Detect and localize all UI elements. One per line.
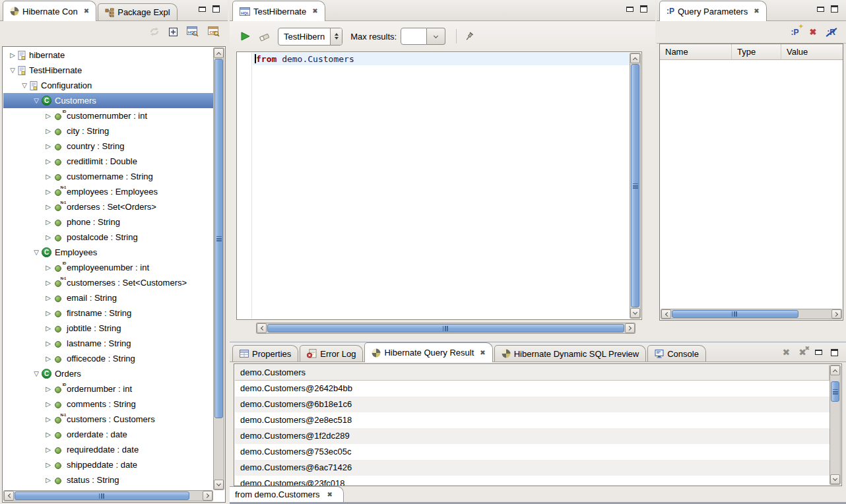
- scroll-up-button[interactable]: [830, 365, 840, 375]
- editor-vertical-scrollbar[interactable]: [630, 53, 641, 319]
- result-row[interactable]: demo.Customers@2642b4bb: [235, 381, 830, 396]
- close-icon[interactable]: ✖: [754, 8, 759, 15]
- tree-item-city[interactable]: ▷city : String: [3, 123, 213, 139]
- scrollbar-thumb[interactable]: [15, 491, 189, 500]
- expand-twisty-icon[interactable]: ▷: [43, 142, 53, 150]
- tab-hibernate-query-result[interactable]: Hibernate Query Result ✖: [364, 342, 492, 362]
- maximize-icon[interactable]: [212, 5, 220, 13]
- tree-item-employeenumber[interactable]: ▷IDemployeenumber : int: [3, 260, 213, 275]
- tab-query-parameters[interactable]: Query Parameters ✖: [659, 1, 767, 21]
- tab-console[interactable]: Console: [647, 345, 706, 362]
- refresh-icon[interactable]: [149, 27, 160, 36]
- tree-item-firstname[interactable]: ▷firstname : String: [3, 305, 213, 321]
- scroll-up-button[interactable]: [630, 53, 640, 63]
- scroll-right-button[interactable]: [625, 323, 635, 333]
- expand-twisty-icon[interactable]: ▷: [43, 400, 53, 408]
- tree-horizontal-scrollbar[interactable]: [3, 490, 213, 501]
- close-icon[interactable]: ✖: [84, 8, 89, 15]
- scrollbar-thumb[interactable]: [267, 324, 624, 332]
- result-row[interactable]: demo.Customers@23fc018: [235, 476, 830, 486]
- tree-item-testhibernate[interactable]: ▽TestHibernate: [3, 63, 213, 78]
- expand-twisty-icon[interactable]: ▷: [43, 355, 53, 362]
- tree-vertical-scrollbar[interactable]: [213, 47, 224, 490]
- result-row[interactable]: demo.Customers@6b18e1c6: [235, 396, 830, 412]
- tree-item-customerses[interactable]: ▷N-1customerses : Set<Customers>: [3, 275, 213, 290]
- close-icon[interactable]: ✖: [327, 491, 333, 498]
- expand-twisty-icon[interactable]: ▷: [43, 476, 53, 484]
- expand-twisty-icon[interactable]: ▷: [43, 158, 53, 165]
- dropdown-arrow-icon[interactable]: [427, 28, 445, 45]
- minimize-icon[interactable]: [817, 7, 824, 12]
- tree-item-country[interactable]: ▷country : String: [3, 139, 213, 154]
- scrollbar-thumb[interactable]: [214, 59, 223, 418]
- tree-item-status[interactable]: ▷status : String: [3, 472, 213, 488]
- expand-twisty-icon[interactable]: ▷: [43, 446, 53, 453]
- collapse-twisty-icon[interactable]: ▽: [31, 370, 42, 377]
- expand-all-icon[interactable]: [169, 28, 178, 36]
- tab-error-log[interactable]: Error Log: [300, 345, 363, 362]
- collapse-twisty-icon[interactable]: ▽: [19, 82, 30, 89]
- tree-item-customers[interactable]: ▷N-1customers : Customers: [3, 412, 213, 427]
- tree-item-hibernate[interactable]: ▷hibernate: [3, 47, 213, 63]
- tree-item-configuration[interactable]: ▽Configuration: [3, 78, 213, 93]
- expand-twisty-icon[interactable]: ▷: [43, 218, 53, 226]
- tree-item-lastname[interactable]: ▷lastname : String: [3, 336, 213, 351]
- run-query-icon[interactable]: [240, 31, 251, 42]
- expand-twisty-icon[interactable]: ▷: [43, 294, 53, 301]
- tab-properties[interactable]: Properties: [232, 345, 298, 362]
- parameters-table-body[interactable]: [661, 60, 842, 308]
- maximize-icon[interactable]: [640, 5, 647, 13]
- result-vertical-scrollbar[interactable]: [830, 365, 841, 485]
- expand-twisty-icon[interactable]: ▷: [43, 234, 53, 241]
- code-line[interactable]: from demo.Customers: [253, 53, 630, 65]
- scroll-left-button[interactable]: [257, 323, 267, 333]
- scroll-left-button[interactable]: [4, 491, 14, 501]
- tree-item-customername[interactable]: ▷customername : String: [3, 169, 213, 184]
- scroll-right-button[interactable]: [203, 491, 212, 501]
- tree-item-orderses[interactable]: ▷N-1orderses : Set<Orders>: [3, 199, 213, 214]
- scroll-down-button[interactable]: [214, 480, 224, 489]
- column-name[interactable]: Name: [660, 44, 732, 59]
- tree-item-requireddate[interactable]: ▷requireddate : date: [3, 442, 213, 457]
- result-row[interactable]: demo.Customers@6ac71426: [235, 460, 830, 476]
- expand-twisty-icon[interactable]: ▷: [43, 173, 53, 180]
- tree-item-customernumber[interactable]: ▷IDcustomernumber : int: [3, 108, 213, 123]
- editor-horizontal-scrollbar[interactable]: [256, 323, 635, 334]
- spinner-icon[interactable]: [330, 28, 342, 45]
- expand-twisty-icon[interactable]: ▷: [43, 340, 53, 347]
- tree-item-postalcode[interactable]: ▷postalcode : String: [3, 230, 213, 245]
- expand-twisty-icon[interactable]: ▷: [43, 416, 53, 423]
- parameters-horizontal-scrollbar[interactable]: [661, 309, 842, 319]
- hql-text-editor[interactable]: from demo.Customers: [236, 51, 642, 320]
- configuration-combo[interactable]: TestHibern: [278, 28, 342, 46]
- remove-parameter-icon[interactable]: ✖: [809, 27, 816, 37]
- scrollbar-thumb[interactable]: [672, 310, 798, 318]
- tree-item-creditlimit[interactable]: ▷creditlimit : Double: [3, 154, 213, 169]
- minimize-icon[interactable]: [626, 7, 634, 12]
- close-icon[interactable]: ✖: [480, 350, 485, 356]
- tab-query-result-from-demo-customers[interactable]: from demo.Customers ✖: [230, 486, 344, 502]
- tree-item-orderdate[interactable]: ▷orderdate : date: [3, 427, 213, 442]
- scroll-down-button[interactable]: [630, 308, 640, 318]
- result-row[interactable]: demo.Customers@1f2dc289: [235, 428, 830, 444]
- tab-hibernate-configurations[interactable]: Hibernate Con ✖: [3, 1, 96, 21]
- scroll-down-button[interactable]: [830, 474, 840, 484]
- close-all-results-icon[interactable]: ✖: [798, 348, 806, 357]
- scroll-right-button[interactable]: [831, 309, 841, 319]
- column-type[interactable]: Type: [732, 44, 781, 59]
- tree-item-officecode[interactable]: ▷officecode : String: [3, 351, 213, 366]
- max-results-combo[interactable]: [401, 28, 445, 45]
- expand-twisty-icon[interactable]: ▷: [43, 112, 53, 119]
- scrollbar-thumb[interactable]: [831, 381, 839, 402]
- pin-editor-icon[interactable]: [465, 32, 474, 42]
- tree-item-shippeddate[interactable]: ▷shippeddate : date: [3, 457, 213, 472]
- expand-twisty-icon[interactable]: ▷: [43, 127, 53, 135]
- max-results-input[interactable]: [401, 28, 427, 45]
- expand-twisty-icon[interactable]: ▷: [43, 325, 53, 332]
- expand-twisty-icon[interactable]: ▷: [7, 51, 18, 59]
- tree-item-customers[interactable]: ▽Customers: [3, 93, 213, 108]
- tree-item-employees[interactable]: ▽Employees: [3, 245, 213, 260]
- minimize-icon[interactable]: [199, 7, 206, 12]
- tree-item-ordernumber[interactable]: ▷IDordernumber : int: [3, 381, 213, 396]
- tree-item-email[interactable]: ▷email : String: [3, 290, 213, 305]
